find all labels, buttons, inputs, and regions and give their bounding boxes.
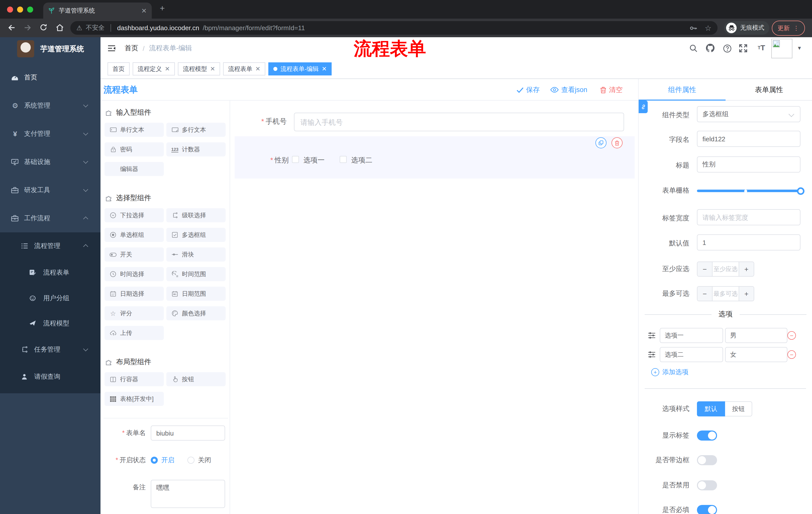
phone-field-input[interactable] — [294, 113, 624, 131]
traffic-close-button[interactable] — [7, 6, 13, 12]
remove-option-button[interactable]: − — [787, 331, 796, 340]
palette-item-upload[interactable]: 上传 — [105, 326, 164, 340]
title-input[interactable] — [697, 156, 801, 172]
tab-close-icon[interactable]: ✕ — [141, 7, 147, 14]
sidebar-item-infrastructure[interactable]: 基础设施 — [0, 148, 100, 176]
sidebar-item-process-form[interactable]: 流程表单 — [0, 260, 100, 286]
traffic-zoom-button[interactable] — [27, 6, 33, 12]
palette-item-counter[interactable]: 123计数器 — [166, 142, 226, 156]
address-bar[interactable]: ⚠ 不安全 dashboard.yudao.iocoder.cn/bpm/man… — [70, 21, 718, 35]
avatar-caret-icon[interactable]: ▼ — [797, 45, 802, 51]
tag-process-form[interactable]: 流程表单✕ — [223, 62, 265, 76]
drag-handle-icon[interactable] — [648, 332, 656, 339]
option1-label-input[interactable] — [660, 328, 723, 343]
label-width-input[interactable] — [697, 209, 801, 225]
palette-item-slider[interactable]: 滑块 — [166, 247, 226, 262]
help-icon[interactable] — [723, 44, 732, 53]
sidebar-item-workflow[interactable]: 工作流程 — [0, 204, 100, 232]
border-switch[interactable] — [697, 455, 717, 465]
breadcrumb-home[interactable]: 首页 — [125, 44, 138, 53]
clear-button[interactable]: 清空 — [600, 79, 622, 101]
default-value-input[interactable] — [697, 234, 801, 250]
palette-item-password[interactable]: 密码 — [105, 142, 164, 156]
disabled-switch[interactable] — [697, 480, 717, 490]
sidebar-item-leave-query[interactable]: 请假查询 — [0, 363, 100, 390]
sidebar-item-home[interactable]: 首页 — [0, 63, 100, 91]
palette-item-color-picker[interactable]: 颜色选择 — [166, 306, 226, 320]
update-button[interactable]: 更新 ⋮ — [772, 21, 805, 36]
palette-item-row-container[interactable]: 行容器 — [105, 372, 164, 386]
selected-component[interactable]: *性别 选项一 选项二 — [235, 136, 635, 179]
fullscreen-icon[interactable] — [739, 44, 747, 52]
grid-slider[interactable] — [697, 190, 801, 192]
decrease-button[interactable]: − — [697, 262, 712, 276]
avatar[interactable] — [771, 39, 792, 58]
gender-option2-checkbox[interactable] — [340, 156, 347, 163]
browser-tab[interactable]: 芋道管理系统 ✕ — [43, 2, 152, 19]
component-type-select[interactable] — [697, 106, 801, 122]
slider-thumb[interactable] — [797, 187, 805, 195]
style-default-button[interactable]: 默认 — [697, 401, 725, 416]
tag-process-model[interactable]: 流程模型✕ — [178, 62, 220, 76]
sidebar-item-system[interactable]: ⚙ 系统管理 — [0, 91, 100, 120]
view-json-button[interactable]: 查看json — [550, 79, 587, 101]
tag-process-form-edit[interactable]: 流程表单-编辑✕ — [268, 62, 331, 76]
option1-value-input[interactable] — [725, 328, 787, 343]
status-radio-off[interactable]: 关闭 — [187, 456, 211, 465]
style-button-button[interactable]: 按钮 — [725, 401, 752, 416]
sidebar-item-process-management[interactable]: 流程管理 — [0, 232, 100, 260]
tag-close-icon[interactable]: ✕ — [165, 65, 170, 73]
palette-item-table[interactable]: 表格[开发中] — [105, 392, 164, 406]
new-tab-button[interactable]: + — [160, 3, 165, 13]
tab-component-props[interactable]: 组件属性 — [639, 79, 726, 101]
palette-item-cascader[interactable]: 级联选择 — [166, 208, 226, 222]
status-radio-on[interactable]: 开启 — [151, 456, 174, 465]
tab-form-props[interactable]: 表单属性 — [726, 79, 812, 101]
browser-menu-icon[interactable]: ⋮ — [793, 25, 799, 32]
palette-item-date-picker[interactable]: 日期选择 — [105, 287, 164, 301]
palette-item-time-range[interactable]: 时间范围 — [166, 267, 226, 281]
sidebar-item-devtools[interactable]: 研发工具 — [0, 176, 100, 204]
sidebar-item-payment[interactable]: ¥ 支付管理 — [0, 120, 100, 148]
sidebar-item-task-management[interactable]: 任务管理 — [0, 336, 100, 363]
palette-item-single-line-text[interactable]: 单行文本 — [105, 123, 164, 137]
search-icon[interactable] — [689, 44, 697, 52]
palette-item-rate[interactable]: ☆评分 — [105, 306, 164, 320]
github-icon[interactable] — [706, 44, 715, 52]
tag-close-icon[interactable]: ✕ — [255, 65, 260, 73]
palette-item-select[interactable]: 下拉选择 — [105, 208, 164, 222]
field-name-input[interactable] — [697, 131, 801, 147]
forward-icon[interactable] — [23, 23, 32, 32]
gender-option1-checkbox[interactable] — [292, 156, 299, 163]
palette-item-checkbox-group[interactable]: 多选框组 — [166, 228, 226, 242]
form-name-input[interactable] — [151, 426, 225, 440]
min-select-value[interactable]: 至少应选 — [712, 262, 739, 276]
max-select-value[interactable]: 最多可选 — [712, 287, 739, 301]
save-button[interactable]: 保存 — [517, 79, 540, 101]
reload-icon[interactable] — [39, 23, 48, 32]
tag-process-definition[interactable]: 流程定义✕ — [133, 62, 175, 76]
palette-item-switch[interactable]: 开关 — [105, 247, 164, 262]
key-icon[interactable] — [689, 24, 697, 32]
remove-option-button[interactable]: − — [787, 350, 796, 359]
increase-button[interactable]: + — [739, 262, 754, 276]
traffic-minimize-button[interactable] — [17, 6, 23, 12]
delete-component-button[interactable] — [611, 137, 622, 148]
tag-home[interactable]: 首页 — [108, 62, 129, 76]
palette-item-editor[interactable]: 编辑器 — [105, 162, 164, 176]
sidebar-item-user-group[interactable]: 用户分组 — [0, 286, 100, 311]
copy-component-button[interactable] — [596, 137, 607, 148]
add-option-button[interactable]: + 添加选项 — [651, 368, 688, 377]
option2-value-input[interactable] — [725, 347, 787, 362]
drag-handle-icon[interactable] — [648, 351, 656, 358]
font-size-icon[interactable]: TT — [758, 43, 765, 52]
palette-item-multi-line-text[interactable]: 多行文本 — [166, 123, 226, 137]
option2-label-input[interactable] — [660, 347, 723, 362]
palette-item-radio-group[interactable]: 单选框组 — [105, 228, 164, 242]
tag-close-icon[interactable]: ✕ — [210, 65, 215, 73]
sidebar-item-process-model[interactable]: 流程模型 — [0, 311, 100, 336]
required-switch[interactable] — [697, 505, 717, 514]
bookmark-star-icon[interactable]: ☆ — [705, 23, 712, 32]
increase-button[interactable]: + — [739, 287, 754, 301]
palette-item-time-picker[interactable]: 时间选择 — [105, 267, 164, 281]
